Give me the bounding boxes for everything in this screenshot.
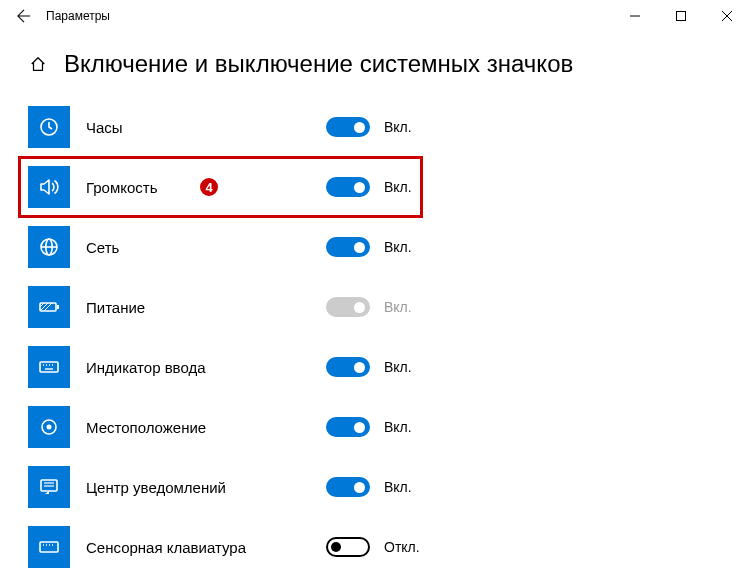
setting-label: Часы: [86, 119, 306, 136]
toggle-wrap: Вкл.: [326, 177, 412, 197]
maximize-icon: [676, 11, 686, 21]
toggle-wrap: Вкл.: [326, 477, 412, 497]
annotation-marker: 4: [198, 176, 220, 198]
toggle-state: Откл.: [384, 539, 420, 555]
toggle-state: Вкл.: [384, 419, 412, 435]
titlebar: Параметры: [0, 0, 750, 32]
page-header: Включение и выключение системных значков: [28, 50, 722, 78]
clock-icon: [28, 106, 70, 148]
toggle-wrap: Откл.: [326, 537, 420, 557]
setting-row: ГромкостьВкл.: [28, 166, 722, 208]
back-button[interactable]: [8, 0, 40, 32]
setting-row: МестоположениеВкл.: [28, 406, 722, 448]
toggle[interactable]: [326, 357, 370, 377]
maximize-button[interactable]: [658, 0, 704, 32]
toggle[interactable]: [326, 117, 370, 137]
window-title: Параметры: [46, 9, 110, 23]
setting-label: Местоположение: [86, 419, 306, 436]
toggle-wrap: Вкл.: [326, 417, 412, 437]
toggle-wrap: Вкл.: [326, 237, 412, 257]
location-icon: [28, 406, 70, 448]
svg-rect-1: [677, 12, 686, 21]
battery-icon: [28, 286, 70, 328]
setting-row: ЧасыВкл.: [28, 106, 722, 148]
window-buttons: [612, 0, 750, 32]
setting-label: Питание: [86, 299, 306, 316]
setting-row: Сенсорная клавиатураОткл.: [28, 526, 722, 568]
page-title: Включение и выключение системных значков: [64, 50, 573, 78]
content: Включение и выключение системных значков…: [0, 32, 750, 568]
keyboard-icon: [28, 346, 70, 388]
toggle[interactable]: [326, 537, 370, 557]
touchkeyboard-icon: [28, 526, 70, 568]
arrow-left-icon: [17, 9, 31, 23]
setting-label: Индикатор ввода: [86, 359, 306, 376]
minimize-icon: [630, 11, 640, 21]
toggle-wrap: Вкл.: [326, 357, 412, 377]
toggle[interactable]: [326, 237, 370, 257]
toggle-state: Вкл.: [384, 359, 412, 375]
toggle: [326, 297, 370, 317]
home-icon: [29, 55, 47, 73]
toggle-state: Вкл.: [384, 239, 412, 255]
toggle-state: Вкл.: [384, 299, 412, 315]
toggle[interactable]: [326, 417, 370, 437]
volume-icon: [28, 166, 70, 208]
setting-label: Громкость: [86, 179, 306, 196]
setting-row: СетьВкл.: [28, 226, 722, 268]
setting-row: Индикатор вводаВкл.: [28, 346, 722, 388]
close-icon: [722, 11, 732, 21]
toggle-state: Вкл.: [384, 179, 412, 195]
setting-label: Сеть: [86, 239, 306, 256]
setting-label: Центр уведомлений: [86, 479, 306, 496]
toggle-state: Вкл.: [384, 479, 412, 495]
setting-row: ПитаниеВкл.: [28, 286, 722, 328]
toggle-wrap: Вкл.: [326, 297, 412, 317]
setting-label: Сенсорная клавиатура: [86, 539, 306, 556]
notifications-icon: [28, 466, 70, 508]
close-button[interactable]: [704, 0, 750, 32]
toggle[interactable]: [326, 477, 370, 497]
globe-icon: [28, 226, 70, 268]
toggle-wrap: Вкл.: [326, 117, 412, 137]
toggle-state: Вкл.: [384, 119, 412, 135]
toggle[interactable]: [326, 177, 370, 197]
setting-row: Центр уведомленийВкл.: [28, 466, 722, 508]
home-button[interactable]: [28, 54, 48, 74]
settings-list: ЧасыВкл.ГромкостьВкл.СетьВкл.ПитаниеВкл.…: [28, 106, 722, 568]
minimize-button[interactable]: [612, 0, 658, 32]
